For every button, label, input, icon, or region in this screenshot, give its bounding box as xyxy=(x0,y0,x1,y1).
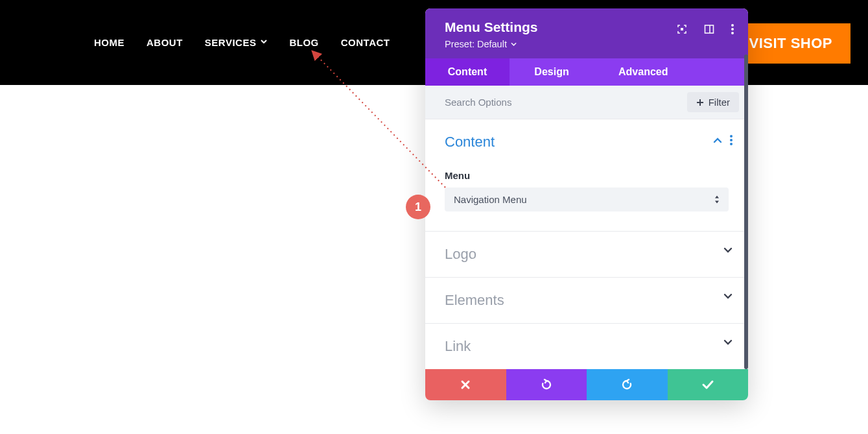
svg-point-8 xyxy=(730,143,733,145)
svg-point-4 xyxy=(731,28,734,30)
panel-header-icons xyxy=(677,24,734,34)
nav-item-contact[interactable]: CONTACT xyxy=(341,37,390,48)
svg-rect-1 xyxy=(705,25,714,33)
svg-point-7 xyxy=(730,139,733,141)
chevron-down-icon[interactable] xyxy=(723,339,733,345)
annotation-badge: 1 xyxy=(406,195,430,219)
tab-content[interactable]: Content xyxy=(425,58,510,86)
section-content: Content Menu Navigation Menu xyxy=(425,119,748,232)
nav-item-about[interactable]: ABOUT xyxy=(147,37,183,48)
nav-item-home[interactable]: HOME xyxy=(94,37,124,48)
confirm-button[interactable] xyxy=(668,369,749,400)
section-actions xyxy=(713,135,733,145)
svg-point-5 xyxy=(731,32,734,34)
chevron-down-icon[interactable] xyxy=(723,293,733,299)
section-elements[interactable]: Elements xyxy=(425,278,748,324)
preset-selector[interactable]: Preset: Default xyxy=(445,39,730,49)
panel-action-bar xyxy=(425,369,748,400)
svg-point-3 xyxy=(731,24,734,27)
redo-button[interactable] xyxy=(587,369,668,400)
filter-label: Filter xyxy=(709,97,730,108)
filter-button[interactable]: Filter xyxy=(687,92,739,112)
menu-field-label: Menu xyxy=(445,170,729,181)
panel-body: Content Menu Navigation Menu Logo xyxy=(425,119,748,369)
section-title: Link xyxy=(445,338,729,355)
menu-settings-panel: Menu Settings Preset: Default xyxy=(425,8,748,400)
nav-item-blog[interactable]: BLOG xyxy=(289,37,318,48)
search-options-input[interactable] xyxy=(445,97,687,108)
preset-label: Preset: Default xyxy=(445,39,507,49)
undo-icon xyxy=(541,379,552,391)
menu-select-value: Navigation Menu xyxy=(454,194,527,205)
svg-point-6 xyxy=(730,135,733,138)
search-row: Filter xyxy=(425,86,748,119)
chevron-up-icon[interactable] xyxy=(713,138,722,143)
nav-item-label: SERVICES xyxy=(205,37,257,48)
kebab-menu-icon[interactable] xyxy=(730,135,733,145)
visit-shop-button[interactable]: VISIT SHOP xyxy=(731,23,850,64)
section-logo[interactable]: Logo xyxy=(425,232,748,278)
nav-item-services[interactable]: SERVICES xyxy=(205,37,268,48)
tab-advanced[interactable]: Advanced xyxy=(594,58,748,86)
section-title: Logo xyxy=(445,246,729,263)
caret-down-icon xyxy=(511,42,517,46)
panel-header: Menu Settings Preset: Default xyxy=(425,8,748,58)
cancel-button[interactable] xyxy=(425,369,506,400)
check-icon xyxy=(701,380,714,390)
section-link[interactable]: Link xyxy=(425,324,748,369)
plus-icon xyxy=(696,99,704,106)
tab-design[interactable]: Design xyxy=(510,58,594,86)
kebab-menu-icon[interactable] xyxy=(731,24,734,34)
section-title[interactable]: Content xyxy=(445,134,729,151)
svg-rect-0 xyxy=(681,28,683,30)
panel-tabs: Content Design Advanced xyxy=(425,58,748,86)
chevron-down-icon[interactable] xyxy=(723,247,733,253)
menu-select[interactable]: Navigation Menu xyxy=(445,187,729,211)
expand-icon[interactable] xyxy=(677,24,687,34)
section-title: Elements xyxy=(445,292,729,309)
chevron-down-icon xyxy=(261,40,267,46)
select-caret-icon xyxy=(714,194,720,205)
dock-icon[interactable] xyxy=(704,24,714,34)
close-icon xyxy=(460,380,471,390)
nav-items: HOME ABOUT SERVICES BLOG CONTACT xyxy=(94,37,390,48)
undo-button[interactable] xyxy=(506,369,587,400)
redo-icon xyxy=(621,379,633,391)
